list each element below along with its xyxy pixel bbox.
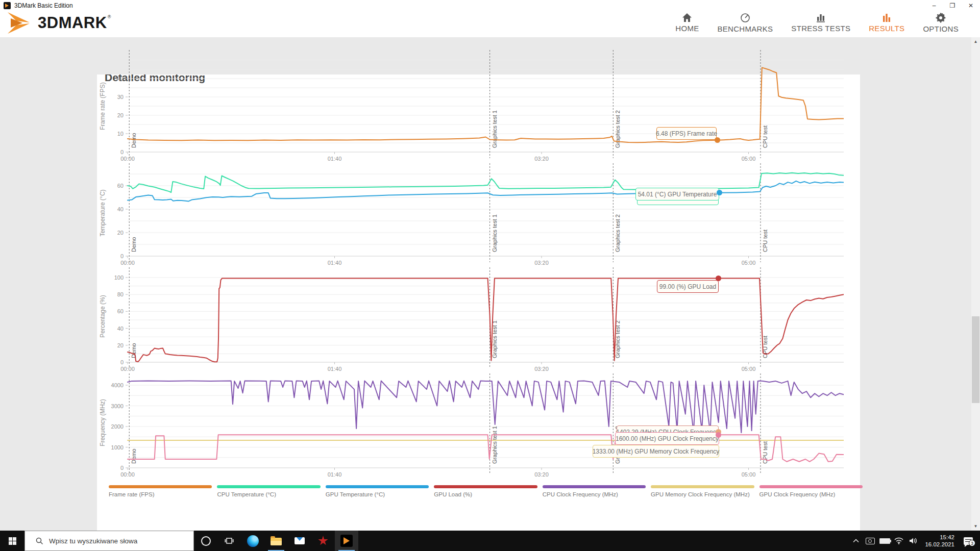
svg-text:80: 80 <box>117 291 124 297</box>
svg-text:01:40: 01:40 <box>328 366 342 371</box>
task-view-icon <box>225 536 234 545</box>
speaker-icon[interactable] <box>908 537 919 544</box>
svg-text:0: 0 <box>120 253 124 259</box>
system-tray: 15:42 16.02.2021 3 <box>850 531 980 551</box>
nav-item-results[interactable]: RESULTS <box>869 13 904 33</box>
nav-item-label: STRESS TESTS <box>791 24 850 33</box>
svg-text:60: 60 <box>117 183 124 189</box>
svg-text:03:20: 03:20 <box>534 260 549 265</box>
start-button[interactable] <box>0 531 24 551</box>
svg-text:00:00: 00:00 <box>120 260 135 265</box>
svg-text:CPU test: CPU test <box>762 230 768 252</box>
svg-text:01:40: 01:40 <box>328 260 342 265</box>
svg-text:0: 0 <box>120 465 124 471</box>
windows-taskbar: 15:42 16.02.2021 3 <box>0 531 980 551</box>
registered-mark: ® <box>108 14 111 19</box>
scrollbar-thumb[interactable] <box>972 316 979 403</box>
3dmark-taskbar-button[interactable] <box>335 531 358 551</box>
svg-text:05:00: 05:00 <box>742 260 756 265</box>
window-scrollbar[interactable]: ▲ ▼ <box>971 37 980 531</box>
hover-marker-dot <box>716 432 721 438</box>
chart-tooltip: 54.01 (°C) GPU Temperature <box>635 188 719 201</box>
search-icon <box>36 537 43 545</box>
svg-text:CPU test: CPU test <box>762 126 768 148</box>
legend-label: Frame rate (FPS) <box>109 491 212 497</box>
windows-logo-icon <box>9 537 16 545</box>
red-app-icon <box>318 536 328 546</box>
svg-text:Graphics test 2: Graphics test 2 <box>615 214 621 252</box>
svg-text:4000: 4000 <box>111 382 124 388</box>
nav-item-stress-tests[interactable]: STRESS TESTS <box>791 13 850 33</box>
file-explorer-button[interactable] <box>264 531 288 551</box>
frequency-chart[interactable]: 00:0001:4003:2005:0001000200030004000Fre… <box>94 372 844 480</box>
percentage-chart[interactable]: 00:0001:4003:2005:00020406080100Percenta… <box>94 266 844 371</box>
edge-icon <box>247 535 259 547</box>
svg-text:03:20: 03:20 <box>534 366 549 371</box>
svg-text:Graphics test 1: Graphics test 1 <box>492 110 498 148</box>
svg-text:Demo: Demo <box>131 133 137 148</box>
svg-text:10: 10 <box>117 131 124 137</box>
legend-item-gpu-clock-frequency-mhz-[interactable]: GPU Clock Frequency (MHz) <box>760 485 863 497</box>
taskbar-search[interactable] <box>24 531 194 551</box>
mail-button[interactable] <box>288 531 311 551</box>
frame-rate-chart[interactable]: 00:0001:4003:2005:00010203040Frame rate … <box>94 49 844 166</box>
nav-item-options[interactable]: OPTIONS <box>923 13 959 33</box>
clock-time: 15:42 <box>925 534 954 541</box>
nav-item-label: HOME <box>675 24 699 33</box>
restore-button[interactable]: ❐ <box>943 0 962 11</box>
svg-text:03:20: 03:20 <box>534 156 549 162</box>
svg-text:40: 40 <box>117 206 124 212</box>
svg-text:0: 0 <box>120 359 124 365</box>
legend-color-bar <box>217 485 320 488</box>
app-icon <box>4 2 11 9</box>
wifi-icon[interactable] <box>893 537 904 544</box>
3dmark-logo: 3DMARK® <box>7 11 110 35</box>
legend-item-frame-rate-fps-[interactable]: Frame rate (FPS) <box>109 485 212 497</box>
scroll-up-icon[interactable]: ▲ <box>971 37 980 46</box>
temperature-chart[interactable]: 00:0001:4003:2005:000204060Temperature (… <box>94 162 844 265</box>
mail-icon <box>295 537 305 544</box>
svg-text:40: 40 <box>117 325 124 332</box>
legend-item-gpu-load-[interactable]: GPU Load (%) <box>434 485 537 497</box>
nav-item-label: RESULTS <box>869 24 904 33</box>
svg-text:Temperature (°C): Temperature (°C) <box>99 189 106 236</box>
notification-center-button[interactable]: 3 <box>961 537 976 545</box>
brand-text: 3DMARK <box>38 14 107 32</box>
svg-text:Graphics test 1: Graphics test 1 <box>492 214 498 252</box>
notification-icon: 3 <box>964 537 973 545</box>
scroll-down-icon[interactable]: ▼ <box>971 522 980 531</box>
svg-text:20: 20 <box>117 230 124 236</box>
svg-text:60: 60 <box>117 308 124 314</box>
hidden-icons-chevron-icon[interactable] <box>850 539 862 543</box>
legend-item-cpu-clock-frequency-mhz-[interactable]: CPU Clock Frequency (MHz) <box>543 485 646 497</box>
edge-button[interactable] <box>241 531 264 551</box>
legend-color-bar <box>543 485 646 488</box>
svg-text:1000: 1000 <box>111 444 124 450</box>
taskbar-clock[interactable]: 15:42 16.02.2021 <box>922 534 958 548</box>
search-input[interactable] <box>48 537 183 545</box>
red-app-button[interactable] <box>311 531 335 551</box>
file-explorer-icon <box>271 538 282 545</box>
legend-item-cpu-temperature-c-[interactable]: CPU Temperature (°C) <box>217 485 320 497</box>
nav-item-home[interactable]: HOME <box>675 13 699 33</box>
display-icon[interactable] <box>865 538 876 544</box>
legend-label: GPU Memory Clock Frequency (MHz) <box>651 491 754 497</box>
minimize-button[interactable]: – <box>925 0 943 11</box>
chart-tooltip: 99.00 (%) GPU Load <box>657 280 719 293</box>
legend-item-gpu-memory-clock-frequency-mhz-[interactable]: GPU Memory Clock Frequency (MHz) <box>651 485 754 497</box>
svg-text:03:20: 03:20 <box>534 471 549 478</box>
legend-item-gpu-temperature-c-[interactable]: GPU Temperature (°C) <box>326 485 429 497</box>
results-bars-icon <box>881 13 892 22</box>
battery-icon[interactable] <box>879 538 890 544</box>
close-button[interactable]: ✕ <box>962 0 980 11</box>
svg-text:Graphics test 1: Graphics test 1 <box>492 426 498 464</box>
nav-item-benchmarks[interactable]: BENCHMARKS <box>718 13 773 33</box>
legend-color-bar <box>760 485 863 488</box>
cortana-button[interactable] <box>194 531 217 551</box>
legend-label: CPU Clock Frequency (MHz) <box>543 491 646 497</box>
benchmark-gauge-icon <box>740 13 750 23</box>
svg-text:05:00: 05:00 <box>742 471 756 478</box>
task-view-button[interactable] <box>217 531 241 551</box>
legend-label: GPU Clock Frequency (MHz) <box>760 491 863 497</box>
svg-text:20: 20 <box>117 112 124 118</box>
